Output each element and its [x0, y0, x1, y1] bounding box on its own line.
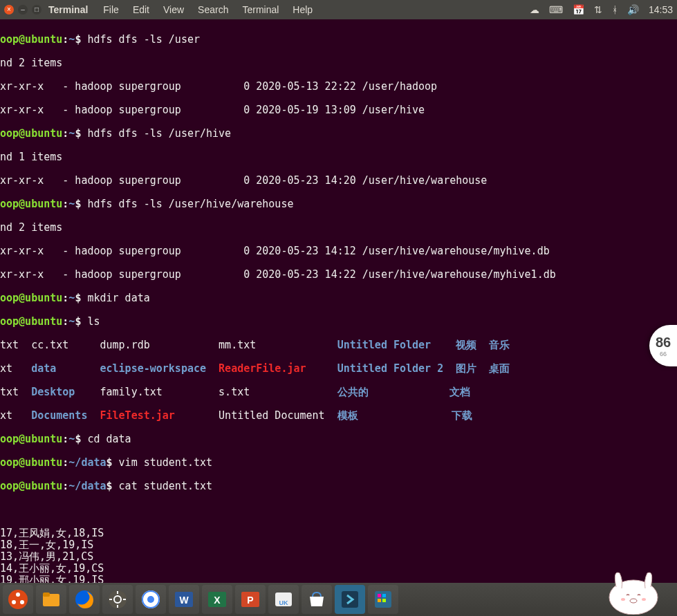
output-line: xr-xr-x - hadoop supergroup 0 2020-05-13… — [0, 81, 677, 93]
devtools-icon[interactable] — [335, 585, 365, 614]
window-maximize-button[interactable]: □ — [32, 5, 41, 15]
output-line: xr-xr-x - hadoop supergroup 0 2020-05-23… — [0, 175, 677, 187]
command: hdfs dfs -ls /user/hive/warehouse — [87, 198, 293, 210]
ukui-icon[interactable]: UK — [268, 585, 299, 614]
firefox-icon[interactable] — [69, 585, 100, 614]
cloud-icon[interactable]: ☁ — [530, 4, 539, 15]
clock[interactable]: 14:53 — [649, 4, 673, 15]
svg-text:P: P — [247, 595, 253, 606]
show-apps-icon[interactable] — [3, 585, 33, 614]
menu-view[interactable]: View — [158, 4, 189, 15]
menu-edit[interactable]: Edit — [127, 4, 155, 15]
desktop-mascot[interactable] — [602, 559, 665, 615]
menu-terminal[interactable]: Terminal — [237, 4, 284, 15]
svg-text:X: X — [214, 595, 221, 606]
taskbar: W X P UK — [0, 583, 677, 616]
svg-text:UK: UK — [279, 599, 288, 606]
powerpoint-icon[interactable]: P — [235, 585, 266, 614]
svg-point-2 — [621, 598, 625, 601]
svg-rect-32 — [378, 599, 381, 602]
menu-file[interactable]: File — [98, 4, 124, 15]
apps-grid-icon[interactable] — [368, 585, 398, 614]
ls-row: txt Desktop family.txt s.txt 公共的 文档 — [0, 386, 677, 398]
app-title: Terminal — [48, 4, 88, 15]
widget-sub: 66 — [660, 351, 667, 357]
ls-row: xt data eclipse-workspace ReaderFile.jar… — [0, 363, 677, 375]
store-icon[interactable] — [302, 585, 332, 614]
menubar-left: × – □ Terminal File Edit View Search Ter… — [4, 4, 318, 15]
command: hdfs dfs -ls /user/hive — [87, 127, 231, 140]
volume-icon[interactable]: 🔊 — [627, 4, 639, 15]
svg-point-5 — [16, 592, 20, 597]
ls-row: xt Documents FileTest.jar Untitled Docum… — [0, 410, 677, 422]
command: vim student.txt — [119, 456, 212, 469]
svg-point-6 — [12, 600, 16, 604]
window-close-button[interactable]: × — [4, 5, 14, 15]
output-line: nd 2 items — [0, 57, 677, 69]
terminal-output[interactable]: oop@ubuntu:~$ hdfs dfs -ls /user nd 2 it… — [0, 19, 677, 616]
command: ls — [87, 315, 100, 328]
output-line: xr-xr-x - hadoop supergroup 0 2020-05-23… — [0, 269, 677, 281]
command: mkdir data — [87, 292, 149, 304]
prompt-user: oop@ubuntu — [0, 33, 62, 46]
settings-icon[interactable] — [102, 585, 133, 614]
output-line: xr-xr-x - hadoop supergroup 0 2020-05-23… — [0, 245, 677, 257]
window-controls: × – □ — [4, 5, 41, 15]
menu-help[interactable]: Help — [287, 4, 318, 15]
keyboard-icon[interactable]: ⌨ — [549, 4, 563, 15]
word-icon[interactable]: W — [169, 585, 199, 614]
svg-point-19 — [147, 596, 154, 603]
svg-rect-31 — [382, 594, 386, 597]
network-icon[interactable]: ⇅ — [594, 4, 602, 15]
student-row: 17,王风娟,女,18,IS — [0, 528, 677, 539]
command: cat student.txt — [119, 480, 212, 492]
widget-number: 86 — [656, 335, 671, 351]
bluetooth-icon[interactable]: ᚼ — [612, 4, 618, 15]
calendar-icon[interactable]: 📅 — [573, 4, 584, 15]
student-row: 14,王小丽,女,19,CS — [0, 563, 677, 575]
system-tray: ☁ ⌨ 📅 ⇅ ᚼ 🔊 14:53 — [530, 4, 673, 15]
svg-point-3 — [642, 598, 646, 601]
command: cd data — [87, 433, 131, 445]
ls-row: txt cc.txt dump.rdb mm.txt Untitled Fold… — [0, 339, 677, 351]
output-line: nd 1 items — [0, 151, 677, 163]
command: hdfs dfs -ls /user — [87, 33, 200, 46]
svg-point-7 — [20, 600, 24, 604]
svg-rect-30 — [378, 594, 381, 597]
window-minimize-button[interactable]: – — [18, 5, 28, 15]
menu-search[interactable]: Search — [192, 4, 234, 15]
student-row: 13,冯伟,男,21,CS — [0, 551, 677, 563]
chromium-icon[interactable] — [136, 585, 166, 614]
svg-rect-33 — [382, 599, 386, 602]
menubar: × – □ Terminal File Edit View Search Ter… — [0, 0, 677, 19]
svg-rect-9 — [43, 592, 50, 597]
svg-rect-28 — [342, 591, 358, 608]
output-line: nd 2 items — [0, 222, 677, 234]
files-icon[interactable] — [36, 585, 66, 614]
excel-icon[interactable]: X — [202, 585, 232, 614]
output-line: xr-xr-x - hadoop supergroup 0 2020-05-19… — [0, 104, 677, 116]
student-row: 18,王一,女,19,IS — [0, 539, 677, 551]
svg-text:W: W — [179, 595, 189, 606]
